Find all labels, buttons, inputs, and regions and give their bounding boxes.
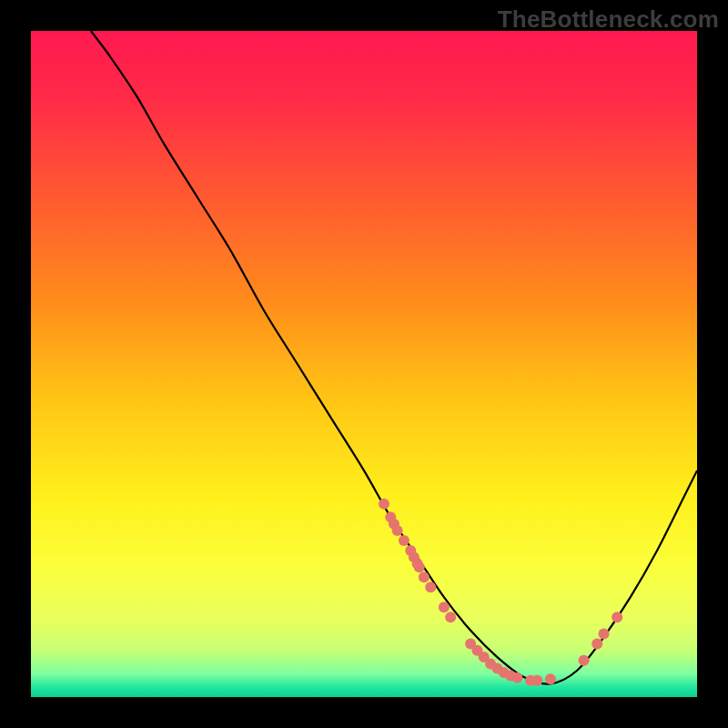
data-point [425,581,436,592]
data-point [414,561,425,572]
watermark-text: TheBottleneck.com [498,5,719,34]
data-point [379,499,389,510]
data-point [439,602,450,612]
chart-frame: TheBottleneck.com [0,0,728,728]
data-point [511,672,522,683]
data-point [531,675,542,686]
data-point [592,638,602,649]
curve-layer [31,31,697,697]
data-point [579,655,590,666]
data-point [392,525,403,536]
data-point [545,673,556,684]
data-point [399,535,410,546]
plot-area [31,31,697,697]
data-point [599,628,610,639]
bottleneck-curve [91,31,697,684]
data-point [419,571,430,582]
data-point [445,612,456,622]
data-point [612,612,622,622]
